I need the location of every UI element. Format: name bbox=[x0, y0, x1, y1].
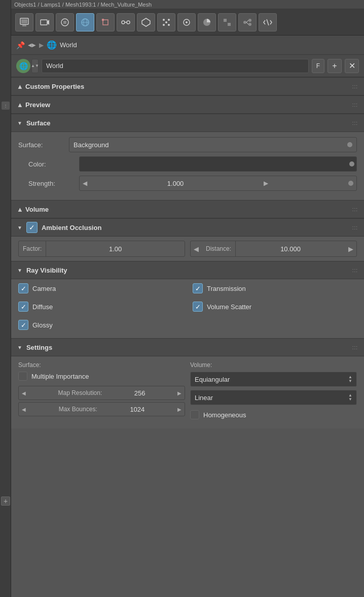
svg-point-13 bbox=[127, 21, 130, 24]
svg-rect-6 bbox=[63, 21, 66, 24]
ray-visibility-dots: ::: bbox=[352, 268, 358, 273]
surface-type-dropdown[interactable]: Background bbox=[69, 137, 357, 152]
volume-dropdown-value: Equiangular bbox=[195, 376, 230, 383]
surface-strength-row: Strength: ◀ 1.000 ▶ bbox=[18, 176, 357, 191]
map-res-left-arrow: ◀ bbox=[22, 390, 26, 396]
svg-point-29 bbox=[248, 23, 251, 26]
settings-right-col: Volume: Equiangular ▲▼ Linear ▲▼ Homogen… bbox=[190, 361, 357, 423]
volume-triangle: ▶ bbox=[17, 207, 22, 211]
constraints-icon[interactable] bbox=[117, 13, 135, 31]
surface-strength-dot bbox=[348, 181, 353, 186]
ao-dots: ::: bbox=[352, 225, 358, 230]
volume-dots: ::: bbox=[352, 207, 358, 212]
ao-factor-field[interactable]: Factor: 1.00 bbox=[18, 241, 185, 257]
world-name-field[interactable] bbox=[42, 59, 309, 73]
settings-left-col: Surface: Multiple Importance ◀ Map Resol… bbox=[18, 361, 185, 423]
svg-point-21 bbox=[186, 21, 188, 23]
settings-title: Settings bbox=[26, 344, 52, 351]
breadcrumb-nav: 📌 ◀▶ ▶ 🌐 World bbox=[11, 36, 364, 55]
texture-icon[interactable] bbox=[218, 13, 236, 31]
glossy-checkbox-row: ✓ Glossy bbox=[18, 320, 183, 330]
max-bounces-field[interactable]: ◀ Max Bounces: 1024 ▶ bbox=[18, 402, 185, 416]
volume-scatter-checkbox[interactable]: ✓ bbox=[193, 302, 203, 312]
surface-triangle: ▼ bbox=[17, 120, 22, 126]
surface-type-label: Surface: bbox=[18, 141, 69, 149]
settings-triangle: ▼ bbox=[17, 345, 22, 350]
max-bounces-right-arrow: ▶ bbox=[177, 407, 181, 412]
add-button[interactable]: + bbox=[1, 496, 10, 506]
settings-surface-label: Surface: bbox=[18, 361, 185, 369]
ray-visibility-title: Ray Visibility bbox=[26, 267, 67, 274]
transmission-checkbox-row: ✓ Transmission bbox=[193, 283, 357, 293]
svg-line-32 bbox=[267, 19, 269, 25]
surface-strength-label: Strength: bbox=[28, 180, 79, 187]
linear-dropdown[interactable]: Linear ▲▼ bbox=[190, 390, 357, 405]
volume-scatter-label: Volume Scatter bbox=[207, 303, 251, 311]
transmission-checkbox[interactable]: ✓ bbox=[193, 283, 203, 293]
pin-icon[interactable]: 📌 bbox=[16, 41, 25, 49]
camera-checkbox-row: ✓ Camera bbox=[18, 283, 183, 293]
preview-header[interactable]: ▶ Preview ::: bbox=[11, 95, 364, 114]
world-add-button[interactable]: + bbox=[327, 59, 342, 73]
map-resolution-label: Map Resolution: bbox=[58, 389, 102, 396]
world-fake-user-button[interactable]: F bbox=[312, 59, 324, 73]
surface-header[interactable]: ▼ Surface ::: bbox=[11, 114, 364, 132]
ray-visibility-content: ✓ Camera ✓ Transmission ✓ Diffuse ✓ Volu… bbox=[11, 279, 364, 338]
ray-visibility-header[interactable]: ▼ Ray Visibility ::: bbox=[11, 261, 364, 279]
linear-dropdown-value: Linear bbox=[195, 394, 213, 402]
homogeneous-checkbox[interactable] bbox=[190, 410, 199, 419]
svg-rect-26 bbox=[228, 23, 231, 26]
modifiers-icon[interactable] bbox=[137, 13, 155, 31]
nav-arrows-icon[interactable]: ◀▶ bbox=[28, 42, 36, 48]
surface-strength-slider[interactable]: ◀ 1.000 ▶ bbox=[79, 176, 357, 191]
camera-icon[interactable] bbox=[35, 13, 54, 31]
diffuse-checkbox[interactable]: ✓ bbox=[18, 302, 28, 312]
ao-distance-field[interactable]: ◀ Distance: 10.000 ▶ bbox=[190, 241, 357, 257]
svg-rect-23 bbox=[224, 19, 227, 22]
distance-left-arrow: ◀ bbox=[191, 241, 202, 256]
svg-point-16 bbox=[168, 19, 170, 21]
svg-rect-24 bbox=[228, 19, 231, 22]
svg-point-17 bbox=[163, 24, 165, 26]
sidebar-handle[interactable]: ⋮ bbox=[2, 102, 10, 110]
multiple-importance-row: Multiple Importance bbox=[18, 372, 185, 381]
linear-dropdown-arrows: ▲▼ bbox=[348, 393, 352, 402]
map-resolution-field[interactable]: ◀ Map Resolution: 256 ▶ bbox=[18, 386, 185, 400]
multiple-importance-checkbox[interactable] bbox=[18, 372, 27, 381]
camera-checkbox[interactable]: ✓ bbox=[18, 283, 28, 293]
world-close-button[interactable]: ✕ bbox=[345, 59, 359, 73]
script-icon[interactable] bbox=[259, 13, 277, 31]
svg-point-18 bbox=[168, 24, 170, 26]
map-resolution-value: 256 bbox=[134, 389, 145, 397]
shader-icon[interactable] bbox=[198, 13, 216, 31]
volume-header[interactable]: ▶ Volume ::: bbox=[11, 200, 364, 218]
svg-point-19 bbox=[165, 21, 167, 23]
max-bounces-label: Max Bounces: bbox=[59, 406, 97, 413]
scene-icon[interactable] bbox=[56, 13, 74, 31]
nodes-icon[interactable] bbox=[238, 13, 257, 31]
settings-header[interactable]: ▼ Settings ::: bbox=[11, 338, 364, 356]
volume-title: Volume bbox=[25, 206, 49, 213]
glossy-checkbox[interactable]: ✓ bbox=[18, 320, 28, 330]
slider-left-arrow: ◀ bbox=[83, 180, 87, 187]
svg-point-27 bbox=[243, 21, 246, 24]
ao-header[interactable]: ▼ ✓ Ambient Occlusion ::: bbox=[11, 218, 364, 237]
svg-rect-25 bbox=[224, 23, 227, 26]
surface-title: Surface bbox=[26, 119, 51, 127]
volume-dropdown-arrows: ▲▼ bbox=[348, 375, 352, 383]
physics-icon[interactable] bbox=[177, 13, 196, 31]
object-icon[interactable] bbox=[96, 13, 115, 31]
ao-checkbox[interactable]: ✓ bbox=[26, 222, 38, 233]
render-icon[interactable] bbox=[15, 13, 33, 31]
diffuse-label: Diffuse bbox=[32, 303, 53, 311]
surface-color-field[interactable] bbox=[79, 156, 357, 172]
ao-distance-value: 10.000 bbox=[236, 245, 345, 253]
diffuse-checkbox-row: ✓ Diffuse bbox=[18, 302, 183, 312]
particles-icon[interactable] bbox=[157, 13, 175, 31]
world-icon[interactable] bbox=[76, 13, 94, 31]
world-type-arrows[interactable]: ▲▼ bbox=[31, 59, 39, 73]
volume-dropdown[interactable]: Equiangular ▲▼ bbox=[190, 372, 357, 387]
world-selector-bar: 🌐 ▲▼ F + ✕ bbox=[11, 55, 364, 77]
custom-properties-header[interactable]: ▶ Custom Properties ::: bbox=[11, 77, 364, 95]
preview-triangle: ▶ bbox=[17, 103, 22, 107]
